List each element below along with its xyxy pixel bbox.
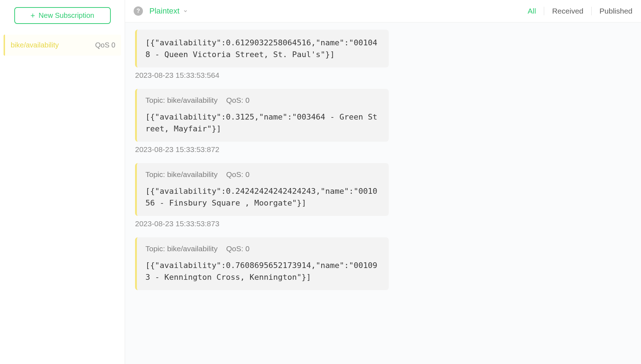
main-panel: ? Plaintext All Received Published [{"av… xyxy=(125,0,641,364)
format-selector[interactable]: Plaintext xyxy=(149,6,188,16)
message-card: Topic: bike/availabilityQoS: 0[{"availab… xyxy=(135,89,389,142)
tab-received[interactable]: Received xyxy=(544,7,592,15)
message-topic: Topic: bike/availability xyxy=(145,96,218,105)
chevron-down-icon xyxy=(183,9,188,14)
message-card: Topic: bike/availabilityQoS: 0[{"availab… xyxy=(135,163,389,216)
topbar: ? Plaintext All Received Published xyxy=(125,0,641,22)
tab-all[interactable]: All xyxy=(520,7,544,15)
subscription-item[interactable]: bike/availability QoS 0 xyxy=(4,35,121,56)
message-card: [{"availability":0.6129032258064516,"nam… xyxy=(135,30,389,67)
topbar-left: ? Plaintext xyxy=(134,6,188,16)
message-qos: QoS: 0 xyxy=(226,96,249,105)
message-qos: QoS: 0 xyxy=(226,170,249,179)
message-timestamp: 2023-08-23 15:33:53:872 xyxy=(135,145,389,154)
message-qos: QoS: 0 xyxy=(226,244,249,253)
message-timestamp: 2023-08-23 15:33:53:564 xyxy=(135,71,389,80)
message-meta: Topic: bike/availabilityQoS: 0 xyxy=(145,244,380,253)
plus-icon: + xyxy=(30,12,35,20)
subscription-topic: bike/availability xyxy=(11,41,59,49)
subscription-qos: QoS 0 xyxy=(95,41,115,49)
message-topic: Topic: bike/availability xyxy=(145,244,218,253)
help-icon[interactable]: ? xyxy=(134,6,143,16)
message-meta: Topic: bike/availabilityQoS: 0 xyxy=(145,170,380,179)
new-subscription-label: New Subscription xyxy=(39,11,94,20)
format-label: Plaintext xyxy=(149,6,179,16)
message-topic: Topic: bike/availability xyxy=(145,170,218,179)
message-meta: Topic: bike/availabilityQoS: 0 xyxy=(145,96,380,105)
messages-list[interactable]: [{"availability":0.6129032258064516,"nam… xyxy=(125,22,641,364)
filter-tabs: All Received Published xyxy=(520,7,632,15)
message-payload: [{"availability":0.24242424242424243,"na… xyxy=(145,185,380,209)
message-card: Topic: bike/availabilityQoS: 0[{"availab… xyxy=(135,237,389,290)
tab-published[interactable]: Published xyxy=(592,7,632,15)
message-payload: [{"availability":0.3125,"name":"003464 -… xyxy=(145,111,380,135)
message-timestamp: 2023-08-23 15:33:53:873 xyxy=(135,219,389,228)
message-payload: [{"availability":0.7608695652173914,"nam… xyxy=(145,259,380,283)
message-payload: [{"availability":0.6129032258064516,"nam… xyxy=(145,37,380,60)
new-subscription-button[interactable]: + New Subscription xyxy=(14,7,111,24)
sidebar: + New Subscription bike/availability QoS… xyxy=(0,0,125,364)
